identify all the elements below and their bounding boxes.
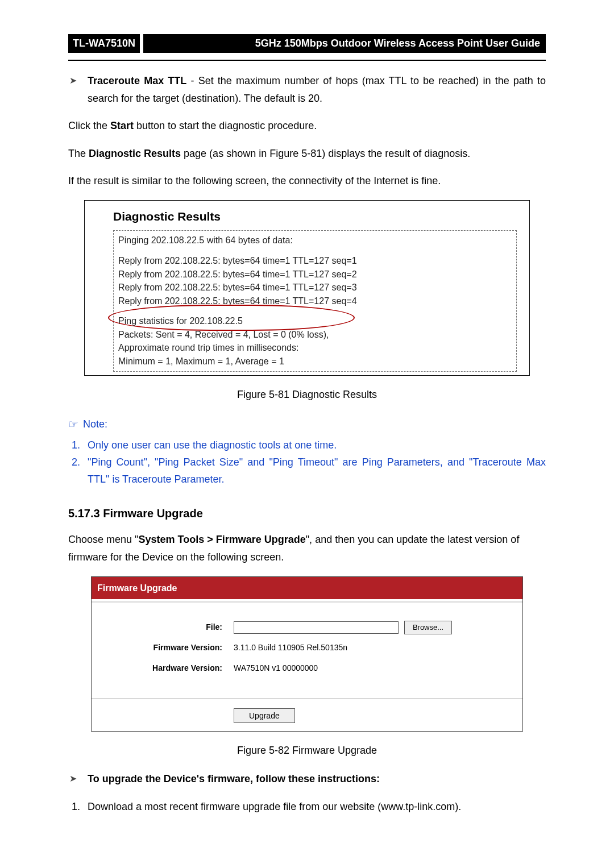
note-heading: ☞ Note: xyxy=(68,414,546,434)
note-label: Note: xyxy=(83,416,107,433)
firmware-panel-title: Firmware Upgrade xyxy=(92,577,522,599)
instructions-heading: To upgrade the Device's firmware, follow… xyxy=(88,773,380,784)
ping-reply-line: Reply from 202.108.22.5: bytes=64 time=1… xyxy=(118,281,512,294)
note-item-1: Only one user can use the diagnostic too… xyxy=(83,437,546,454)
figure-81-caption: Figure 5-81 Diagnostic Results xyxy=(68,386,546,404)
header-divider xyxy=(68,60,546,61)
firmware-upgrade-panel: Firmware Upgrade File: Browse... Firmwar… xyxy=(91,576,523,732)
device-model: TL-WA7510N xyxy=(68,34,140,53)
diagnostic-figure: Diagnostic Results Pinging 202.108.22.5 … xyxy=(68,200,546,403)
fw-intro-paragraph: Choose menu "System Tools > Firmware Upg… xyxy=(68,531,546,566)
hardware-version-value: WA7510N v1 00000000 xyxy=(234,662,318,675)
instructions-list: Download a most recent firmware upgrade … xyxy=(68,798,546,816)
doc-header: TL-WA7510N 5GHz 150Mbps Outdoor Wireless… xyxy=(68,34,546,53)
firmware-version-value: 3.11.0 Build 110905 Rel.50135n xyxy=(234,641,347,655)
firmware-version-label: Firmware Version: xyxy=(109,641,234,655)
diag-results-title: Diagnostic Results xyxy=(113,209,517,225)
upgrade-button[interactable]: Upgrade xyxy=(234,708,295,723)
hardware-version-label: Hardware Version: xyxy=(109,662,234,675)
ping-stats-line: Ping statistics for 202.108.22.5 xyxy=(118,315,512,327)
results-paragraph: The Diagnostic Results page (as shown in… xyxy=(68,145,546,163)
start-paragraph: Click the Start button to start the diag… xyxy=(68,117,546,135)
traceroute-label: Traceroute Max TTL xyxy=(88,75,186,86)
diag-output-box: Pinging 202.108.22.5 with 64 bytes of da… xyxy=(113,230,517,371)
browse-button[interactable]: Browse... xyxy=(404,621,452,634)
traceroute-bullet: ➤ Traceroute Max TTL - Set the maximum n… xyxy=(68,72,546,107)
ping-reply-line: Reply from 202.108.22.5: bytes=64 time=1… xyxy=(118,295,512,308)
ping-packets-line: Packets: Sent = 4, Received = 4, Lost = … xyxy=(118,329,512,341)
note-item-2: "Ping Count", "Ping Packet Size" and "Pi… xyxy=(83,454,546,488)
ping-minmax-line: Minimum = 1, Maximum = 1, Average = 1 xyxy=(118,355,512,368)
bullet-arrow-icon: ➤ xyxy=(68,770,77,788)
file-input[interactable] xyxy=(234,621,399,634)
figure-82-caption: Figure 5-82 Firmware Upgrade xyxy=(68,742,546,759)
doc-title: 5GHz 150Mbps Outdoor Wireless Access Poi… xyxy=(143,34,546,53)
ping-roundtrip-line: Approximate round trip times in millisec… xyxy=(118,342,512,354)
ping-reply-line: Reply from 202.108.22.5: bytes=64 time=1… xyxy=(118,255,512,267)
bullet-arrow-icon: ➤ xyxy=(68,72,77,107)
note-list: Only one user can use the diagnostic too… xyxy=(68,437,546,488)
file-label: File: xyxy=(109,621,234,634)
ping-reply-line: Reply from 202.108.22.5: bytes=64 time=1… xyxy=(118,268,512,281)
instructions-bullet: ➤ To upgrade the Device's firmware, foll… xyxy=(68,770,546,788)
fine-paragraph: If the result is similar to the followin… xyxy=(68,172,546,190)
section-heading-firmware-upgrade: 5.17.3 Firmware Upgrade xyxy=(68,504,546,523)
note-hand-icon: ☞ xyxy=(68,414,78,434)
instruction-step-1: Download a most recent firmware upgrade … xyxy=(83,798,546,816)
ping-header-line: Pinging 202.108.22.5 with 64 bytes of da… xyxy=(118,234,512,247)
